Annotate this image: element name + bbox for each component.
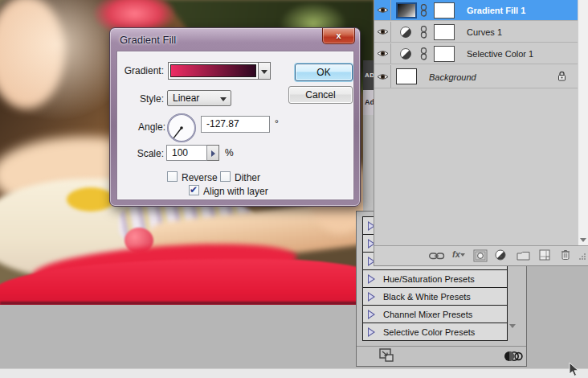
visibility-toggle[interactable] [374, 0, 391, 20]
chevron-down-icon [220, 97, 227, 101]
ok-button[interactable]: OK [295, 64, 353, 81]
disclosure-triangle-icon[interactable] [368, 327, 375, 337]
gradient-swatch[interactable] [168, 62, 259, 80]
angle-label: Angle: [119, 121, 165, 133]
eye-icon [377, 72, 389, 81]
scroll-down-icon[interactable] [578, 235, 588, 245]
photo-bottom-edge [0, 302, 374, 305]
align-with-layer-label: Align with layer [203, 186, 268, 197]
scale-input[interactable]: 100 [166, 145, 207, 161]
reverse-checkbox[interactable] [167, 171, 178, 182]
visibility-toggle[interactable] [374, 22, 391, 42]
layer-row-gradient-fill-1[interactable]: Gradient Fill 1 [374, 0, 578, 21]
dither-checkbox[interactable] [220, 171, 231, 182]
style-label: Style: [117, 93, 164, 105]
lock-icon [557, 71, 566, 81]
photoshop-workspace: AD. Ad Hue/Saturation Presets Black & Wh… [0, 0, 588, 378]
dither-label: Dither [235, 172, 260, 183]
dialog-body: Gradient: Style: Linear Angle: -127.87 °… [116, 51, 354, 200]
eye-icon [377, 27, 389, 36]
preset-row-selective-color[interactable]: Selective Color Presets [362, 323, 508, 341]
layer-row-curves-1[interactable]: Curves 1 [374, 22, 578, 43]
layer-style-icon[interactable]: fx [452, 249, 465, 259]
angle-input[interactable]: -127.87 [201, 116, 270, 133]
gradient-preview [170, 64, 256, 77]
align-with-layer-checkbox[interactable] [189, 185, 199, 195]
preset-row-label: Selective Color Presets [383, 327, 475, 337]
disclosure-triangle-icon[interactable] [368, 310, 375, 319]
preset-row-label: Black & White Presets [383, 292, 471, 302]
disclosure-triangle-icon[interactable] [368, 274, 375, 284]
layer-name[interactable]: Background [429, 72, 476, 82]
style-value: Linear [173, 92, 199, 104]
adjustments-panel-clipped: AD. Ad [363, 60, 374, 211]
angle-dial[interactable] [166, 113, 197, 143]
new-adjustment-layer-icon[interactable] [495, 249, 507, 261]
preset-row-black-white[interactable]: Black & White Presets [362, 287, 508, 306]
visibility-toggle[interactable] [374, 65, 391, 88]
gradient-layer-thumbnail[interactable] [396, 2, 417, 18]
link-icon [420, 47, 427, 60]
link-icon [420, 26, 427, 39]
layer-name[interactable]: Gradient Fill 1 [467, 6, 525, 15]
close-icon[interactable]: x [322, 28, 355, 44]
layer-name[interactable]: Selective Color 1 [467, 49, 533, 59]
adjustments-circles-icon[interactable] [504, 351, 523, 362]
new-layer-icon[interactable] [539, 249, 550, 261]
gradient-fill-dialog: Gradient Fill x Gradient: Style: Linear … [109, 27, 361, 207]
layer-mask-thumbnail[interactable] [434, 2, 455, 18]
gradient-label: Gradient: [117, 65, 164, 76]
presets-footer-divider [357, 346, 526, 347]
layers-panel: Gradient Fill 1 Curves 1 [374, 0, 588, 266]
cancel-button[interactable]: Cancel [288, 86, 353, 104]
layer-name[interactable]: Curves 1 [467, 27, 502, 37]
eye-icon [377, 49, 389, 58]
chevron-down-icon [261, 70, 267, 74]
layers-toolbar: fx [374, 245, 588, 265]
new-group-icon[interactable] [517, 251, 530, 261]
preset-row-label: Hue/Saturation Presets [383, 274, 475, 284]
preset-row-channel-mixer[interactable]: Channel Mixer Presets [362, 305, 508, 323]
disclosure-triangle-icon[interactable] [368, 292, 375, 302]
photo-yellow-flowers [67, 187, 115, 212]
background-layer-thumbnail[interactable] [396, 68, 417, 84]
delete-layer-icon[interactable] [561, 249, 570, 261]
preset-row-hue-saturation[interactable]: Hue/Saturation Presets [362, 269, 508, 288]
layer-row-background[interactable]: Background [374, 65, 578, 88]
gradient-picker-dropdown[interactable] [259, 62, 271, 80]
visibility-toggle[interactable] [374, 43, 391, 64]
layers-scrollbar[interactable] [578, 0, 588, 245]
style-select[interactable]: Linear [167, 90, 231, 106]
adjustment-layer-icon[interactable] [399, 26, 412, 39]
add-adjustment-label-clipped: Ad [363, 90, 374, 115]
eye-icon [377, 6, 389, 14]
scale-slider-button[interactable] [207, 145, 219, 161]
link-icon [420, 4, 427, 17]
expand-panel-icon[interactable] [379, 348, 395, 362]
dialog-title: Gradient Fill [120, 34, 176, 46]
layer-row-selective-color-1[interactable]: Selective Color 1 [374, 43, 578, 64]
panel-resize-grip[interactable] [578, 253, 586, 261]
layer-mask-thumbnail[interactable] [434, 46, 455, 62]
angle-unit: ° [275, 118, 279, 129]
scale-label: Scale: [117, 148, 164, 159]
add-layer-mask-icon[interactable] [473, 249, 488, 262]
adjustment-layer-icon[interactable] [399, 47, 412, 60]
layer-mask-thumbnail[interactable] [434, 24, 455, 40]
link-layers-icon[interactable] [429, 253, 445, 260]
reverse-label: Reverse [182, 172, 218, 183]
chevron-right-icon [211, 150, 215, 157]
mouse-cursor [569, 362, 580, 378]
scale-unit: % [225, 147, 234, 158]
status-strip [0, 368, 588, 378]
adjustments-panel-title-clipped: AD. [363, 60, 374, 90]
preset-row-label: Channel Mixer Presets [383, 310, 472, 319]
